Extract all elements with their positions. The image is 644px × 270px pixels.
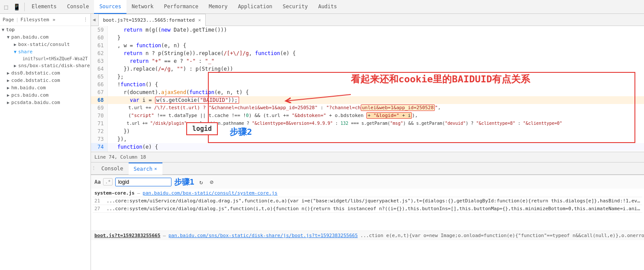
console-file-name[interactable]: system-core.js bbox=[94, 190, 135, 196]
left-nav-icon[interactable]: ◀ bbox=[93, 17, 96, 23]
code-line-71: 71 t.url += "/disk/plugin" === location.… bbox=[91, 120, 644, 127]
main-container: Page | Filesystem » ⋮ ▼ top ▼ pan.baidu.… bbox=[0, 14, 644, 270]
console-file-header: system-core.js — pan.baidu.com/box-stati… bbox=[93, 189, 642, 197]
tab-performance[interactable]: Performance bbox=[159, 0, 204, 14]
tree-item-init[interactable]: init?surl=tHSxZQueF-Wsa2T bbox=[0, 55, 91, 62]
tab-console[interactable]: Console bbox=[62, 0, 94, 14]
code-line-59: 59 return m(g((new Date).getTime())) bbox=[91, 26, 644, 34]
tab-audits[interactable]: Audits bbox=[313, 0, 342, 14]
close-search-tab[interactable]: × bbox=[154, 166, 157, 172]
step1-label: 步骤1 bbox=[174, 177, 194, 187]
code-line-75: 75 var n = e.async; bbox=[91, 151, 644, 152]
refresh-icon[interactable]: ↻ bbox=[197, 178, 206, 186]
tree-item-pan-baidu[interactable]: ▼ pan.baidu.com bbox=[0, 33, 91, 41]
regex-toggle[interactable]: .* bbox=[103, 178, 112, 185]
aa-label: Aa bbox=[94, 179, 100, 185]
devtools-toolbar: ⬚ 📱 Elements Console Sources Network Per… bbox=[0, 0, 644, 14]
cursor-position: Line 74, Column 18 bbox=[94, 154, 146, 160]
tree-item-top[interactable]: ▼ top bbox=[0, 26, 91, 33]
tab-search[interactable]: Search × bbox=[129, 163, 162, 175]
tree-item-share[interactable]: ▼ share bbox=[0, 48, 91, 55]
tree-item-code[interactable]: ▶ code.bdstatic.com bbox=[0, 77, 91, 84]
result-text-21: ...core:system/uiService/dialog/dialog.d… bbox=[107, 198, 641, 204]
cancel-icon[interactable]: ⊘ bbox=[207, 178, 216, 186]
code-line-72: 72 }) bbox=[91, 127, 644, 135]
left-panel: Page | Filesystem » ⋮ ▼ top ▼ pan.baidu.… bbox=[0, 14, 91, 270]
tab-network[interactable]: Network bbox=[126, 0, 159, 14]
result-line-27: 27 bbox=[94, 206, 105, 211]
console-panel-menu[interactable]: ⋮ bbox=[91, 166, 96, 171]
code-area[interactable]: 看起来还和cookie里的BAIDUID有点关系 59 return m(g((… bbox=[91, 26, 644, 152]
console-result-27: 27 ...core:system/uiService/dialog/dialo… bbox=[93, 205, 642, 213]
code-line-74: 74 function(e) { bbox=[91, 143, 644, 151]
code-line-69: 69 t.url += /\?/.test(t.url) ? "&channel… bbox=[91, 104, 644, 112]
code-line-62: 62 return n ? p(String(e)).replace(/[+\/… bbox=[91, 49, 644, 57]
code-line-66: 66 !function() { bbox=[91, 81, 644, 88]
tab-elements[interactable]: Elements bbox=[26, 0, 62, 14]
console-content: system-core.js — pan.baidu.com/box-stati… bbox=[91, 189, 644, 231]
console-panel: ⋮ Console Search × Aa .* 步骤1 ↻ ⊘ bbox=[91, 162, 644, 240]
file-tab-bar: ◀ boot.js?t=15923...5665:formatted × bbox=[91, 14, 644, 26]
tree-item-sns[interactable]: ▶ sns/box-static/disk-share bbox=[0, 62, 91, 69]
bottom-file-link[interactable]: boot.js?t=1592383255665 bbox=[94, 233, 160, 238]
file-tab-close[interactable]: × bbox=[198, 17, 201, 23]
code-line-70: 70 ("script" !== t.dataType || t.cache !… bbox=[91, 112, 644, 120]
code-line-61: 61 , w = function(e, n) { bbox=[91, 42, 644, 49]
result-line-21: 21 bbox=[94, 198, 105, 204]
code-line-73: 73 }), bbox=[91, 135, 644, 143]
file-tab-active[interactable]: boot.js?t=15923...5665:formatted × bbox=[98, 14, 206, 26]
tree-item-hm[interactable]: ▶ hm.baidu.com bbox=[0, 84, 91, 91]
more-tabs[interactable]: » bbox=[52, 17, 55, 23]
tree-item-dss0[interactable]: ▶ dss0.bdstatic.com bbox=[0, 69, 91, 77]
tree-item-box-static-consult[interactable]: ▶ box-static/consult bbox=[0, 41, 91, 48]
tab-sources[interactable]: Sources bbox=[94, 0, 126, 14]
bottom-url-link[interactable]: pan.baidu.com/sns/box-static/disk-share/… bbox=[168, 233, 358, 238]
code-line-67: 67 r(document).ajaxSend(function(e, n, t… bbox=[91, 88, 644, 96]
code-line-65: 65 }; bbox=[91, 73, 644, 81]
tab-filesystem[interactable]: Filesystem bbox=[20, 17, 49, 23]
search-action-icons: ↻ ⊘ bbox=[197, 178, 216, 186]
console-file-url[interactable]: pan.baidu.com/box-static/consult/system-… bbox=[142, 190, 277, 196]
code-line-63: 63 return "+" == e ? "-" : "_" bbox=[91, 57, 644, 65]
code-table: 59 return m(g((new Date).getTime())) 60 … bbox=[91, 26, 644, 152]
file-tree: ▼ top ▼ pan.baidu.com ▶ box-static/consu… bbox=[0, 26, 91, 270]
tab-page[interactable]: Page bbox=[3, 17, 14, 23]
right-panel: ◀ boot.js?t=15923...5665:formatted × 看起来… bbox=[91, 14, 644, 270]
console-result-21: 21 ...core:system/uiService/dialog/dialo… bbox=[93, 197, 642, 205]
tab-application[interactable]: Application bbox=[233, 0, 277, 14]
tree-item-pcsdata[interactable]: ▶ pcsdata.baidu.com bbox=[0, 99, 91, 106]
search-input[interactable] bbox=[115, 178, 172, 186]
file-tab-name: boot.js?t=15923...5665:formatted bbox=[103, 17, 195, 23]
tab-memory[interactable]: Memory bbox=[204, 0, 233, 14]
tab-console-panel[interactable]: Console bbox=[96, 163, 129, 175]
panel-menu-icon[interactable]: ⋮ bbox=[83, 17, 88, 23]
tab-security[interactable]: Security bbox=[278, 0, 313, 14]
step2-label: 步骤2 bbox=[230, 126, 252, 138]
code-line-60: 60 } bbox=[91, 34, 644, 42]
inspect-icon[interactable]: ⬚ bbox=[2, 3, 10, 11]
status-bar: Line 74, Column 18 bbox=[91, 152, 644, 162]
code-line-68: 68 var i = w(s.getCookie("BAIDUID")); bbox=[91, 96, 644, 104]
tree-item-pcs[interactable]: ▶ pcs.baidu.com bbox=[0, 91, 91, 99]
console-tabs: ⋮ Console Search × bbox=[91, 163, 644, 175]
left-panel-header: Page | Filesystem » ⋮ bbox=[0, 14, 91, 26]
search-bar: Aa .* 步骤1 ↻ ⊘ bbox=[91, 175, 644, 189]
toolbar-icons: ⬚ 📱 bbox=[2, 3, 25, 11]
device-icon[interactable]: 📱 bbox=[12, 3, 21, 11]
code-line-64: 64 }).replace(/=/g, "") : p(String(e)) bbox=[91, 65, 644, 73]
logid-search-box: logid bbox=[186, 122, 218, 135]
console-bottom-bar: boot.js?t=1592383255665 — pan.baidu.com/… bbox=[91, 231, 644, 240]
result-text-27: ...core:system/uiService/dialog/dialog.j… bbox=[107, 206, 641, 211]
bottom-code-text: ...ction e(e,n,t){var o=new Image;o.onlo… bbox=[360, 233, 644, 238]
